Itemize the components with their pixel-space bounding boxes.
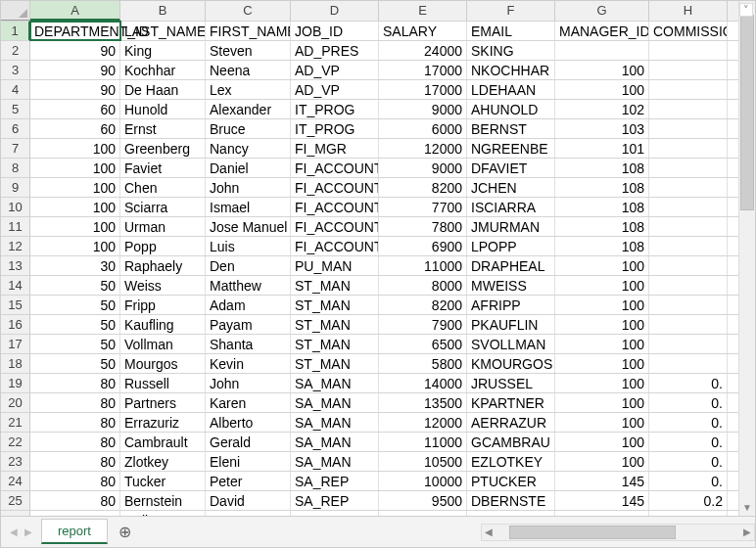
cell[interactable]: ST_MAN: [291, 335, 379, 353]
cell[interactable]: 80: [30, 393, 120, 412]
cell[interactable]: SA_MAN: [291, 452, 379, 471]
cell[interactable]: 17000: [379, 80, 467, 99]
cell[interactable]: AERRAZUR: [467, 413, 555, 432]
cell[interactable]: Popp: [120, 237, 206, 255]
cell[interactable]: FI_MGR: [291, 139, 379, 158]
cell[interactable]: 100: [30, 198, 120, 216]
cell[interactable]: KMOURGOS: [467, 354, 555, 373]
cell[interactable]: 60: [30, 100, 120, 118]
row-header[interactable]: 1: [1, 22, 30, 40]
row-header[interactable]: 11: [1, 217, 30, 236]
row-header[interactable]: 6: [1, 119, 30, 138]
cell[interactable]: Sciarra: [120, 198, 206, 216]
cell[interactable]: 100: [555, 354, 649, 373]
cell[interactable]: Shanta: [206, 335, 291, 353]
cell[interactable]: Lex: [206, 80, 291, 99]
cell[interactable]: MWEISS: [467, 276, 555, 295]
cell[interactable]: MANAGER_ID: [555, 22, 649, 40]
cell[interactable]: SA_REP: [291, 472, 379, 490]
cell[interactable]: 60: [30, 119, 120, 138]
cell[interactable]: 50: [30, 354, 120, 373]
cell[interactable]: [649, 217, 728, 236]
cell[interactable]: FI_ACCOUNT: [291, 159, 379, 177]
cell[interactable]: GCAMBRAU: [467, 433, 555, 451]
cell[interactable]: 7900: [379, 315, 467, 334]
cell[interactable]: 100: [30, 237, 120, 255]
cell[interactable]: JOB_ID: [291, 22, 379, 40]
cell[interactable]: 5800: [379, 354, 467, 373]
cell[interactable]: 80: [30, 433, 120, 451]
cell[interactable]: [555, 41, 649, 60]
cell[interactable]: Weiss: [120, 276, 206, 295]
spreadsheet-grid[interactable]: ˅ A B C D E F G H 1DEPARTMENT_IDLAST_NAM…: [1, 1, 755, 516]
cell[interactable]: 9000: [379, 159, 467, 177]
hscroll-thumb[interactable]: [509, 525, 676, 539]
cell[interactable]: 9000: [379, 100, 467, 118]
cell[interactable]: Vollman: [120, 335, 206, 353]
cell[interactable]: FIRST_NAME: [206, 22, 291, 40]
cell[interactable]: Hunold: [120, 100, 206, 118]
cell[interactable]: 0.: [649, 452, 728, 471]
cell[interactable]: De Haan: [120, 80, 206, 99]
cell[interactable]: Errazuriz: [120, 413, 206, 432]
cell[interactable]: 9500: [379, 491, 467, 510]
cell[interactable]: 90: [30, 80, 120, 99]
cell[interactable]: AD_VP: [291, 80, 379, 99]
cell[interactable]: 13500: [379, 393, 467, 412]
cell[interactable]: 103: [555, 119, 649, 138]
cell[interactable]: 8000: [379, 276, 467, 295]
cell[interactable]: NKOCHHAR: [467, 61, 555, 79]
vertical-scrollbar[interactable]: ▲ ▼: [738, 1, 755, 516]
cell[interactable]: ST_MAN: [291, 354, 379, 373]
cell[interactable]: [649, 41, 728, 60]
col-header-H[interactable]: H: [649, 1, 728, 21]
cell[interactable]: LAST_NAME: [120, 22, 206, 40]
select-all-corner[interactable]: [1, 1, 30, 21]
cell[interactable]: Russell: [120, 374, 206, 392]
cell[interactable]: 80: [30, 413, 120, 432]
row-header[interactable]: 8: [1, 159, 30, 177]
cell[interactable]: Partners: [120, 393, 206, 412]
cell[interactable]: 100: [555, 80, 649, 99]
cell[interactable]: 108: [555, 217, 649, 236]
row-header[interactable]: 2: [1, 41, 30, 60]
cell[interactable]: [649, 80, 728, 99]
col-header-B[interactable]: B: [120, 1, 206, 21]
cell[interactable]: 50: [30, 296, 120, 314]
cell[interactable]: 80: [30, 452, 120, 471]
cell[interactable]: Fripp: [120, 296, 206, 314]
cell[interactable]: 108: [555, 159, 649, 177]
col-header-E[interactable]: E: [379, 1, 467, 21]
cell[interactable]: Urman: [120, 217, 206, 236]
cell[interactable]: Ismael: [206, 198, 291, 216]
cell[interactable]: ST_MAN: [291, 276, 379, 295]
row-header[interactable]: 23: [1, 452, 30, 471]
cell[interactable]: IT_PROG: [291, 100, 379, 118]
cell[interactable]: 100: [30, 139, 120, 158]
cell[interactable]: SA_REP: [291, 491, 379, 510]
cell[interactable]: 100: [555, 61, 649, 79]
scroll-down-icon[interactable]: ▼: [742, 502, 752, 516]
cell[interactable]: 90: [30, 41, 120, 60]
cell[interactable]: [649, 296, 728, 314]
cell[interactable]: Nancy: [206, 139, 291, 158]
tab-nav-prev-icon[interactable]: ◀: [7, 525, 21, 540]
cell[interactable]: [649, 354, 728, 373]
row-header[interactable]: 19: [1, 374, 30, 392]
cell[interactable]: 100: [555, 335, 649, 353]
cell[interactable]: PKAUFLIN: [467, 315, 555, 334]
tab-nav-next-icon[interactable]: ▶: [22, 525, 35, 540]
cell[interactable]: 6900: [379, 237, 467, 255]
cell[interactable]: Kochhar: [120, 61, 206, 79]
cell[interactable]: DEPARTMENT_ID: [30, 22, 120, 40]
cell[interactable]: 100: [555, 296, 649, 314]
cell[interactable]: 50: [30, 276, 120, 295]
cell[interactable]: Luis: [206, 237, 291, 255]
col-header-F[interactable]: F: [467, 1, 555, 21]
cell[interactable]: COMMISSION: [649, 22, 728, 40]
cell[interactable]: Bernstein: [120, 491, 206, 510]
cell[interactable]: 6000: [379, 119, 467, 138]
cell[interactable]: 0.: [649, 472, 728, 490]
cell[interactable]: 50: [30, 335, 120, 353]
cell[interactable]: [649, 335, 728, 353]
